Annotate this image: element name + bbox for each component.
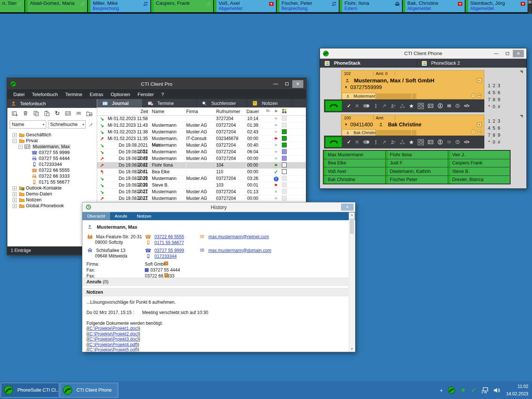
- journal-row[interactable]: ↘Do 19.08.2021 12:49MustermannMuster AG0…: [97, 149, 306, 156]
- category-icon[interactable]: [280, 183, 288, 188]
- minimize-icon[interactable]: —: [491, 50, 502, 57]
- category-icon[interactable]: [280, 176, 288, 182]
- tree-item[interactable]: 017233344: [7, 161, 97, 167]
- dialpad-key-#[interactable]: #: [497, 103, 501, 110]
- category-column-icon[interactable]: [280, 109, 288, 115]
- category-icon[interactable]: [280, 149, 288, 155]
- pro-title-bar[interactable]: CTI Client Pro — ✕: [7, 78, 306, 89]
- exclaim-blue-icon[interactable]: !: [272, 176, 280, 181]
- speed-dial-tile[interactable]: Voß Axel: [324, 167, 385, 175]
- speed-dial-tile[interactable]: Fischer Peter: [386, 176, 447, 184]
- journal-row[interactable]: ↗Do 19.08.2021 12:42MustermannMuster AG0…: [97, 156, 306, 162]
- tab-notizen[interactable]: Notizen: [247, 99, 292, 108]
- chevron-down-icon[interactable]: ▼: [528, 0, 532, 4]
- email-link[interactable]: max.mustermann@netnet.com: [208, 234, 269, 239]
- favorite-icon[interactable]: ★: [409, 140, 414, 144]
- contact-card-icon[interactable]: [428, 139, 433, 145]
- category-icon[interactable]: [280, 136, 288, 142]
- category-icon[interactable]: [280, 143, 288, 149]
- dialpad-key-#[interactable]: #: [497, 139, 501, 146]
- hangup-icon[interactable]: ✕: [355, 103, 359, 108]
- conference-icon[interactable]: [400, 103, 405, 109]
- journal-row[interactable]: ↘Mi 01.02.2023 11:38MustermannMuster AG0…: [97, 129, 306, 136]
- history-title-bar[interactable]: History ✕: [82, 202, 355, 212]
- flag-gray-icon[interactable]: ⚑: [272, 196, 280, 201]
- speed-dial-tile[interactable]: Drexler, Bianca: [448, 176, 510, 184]
- more-icon[interactable]: ⋮: [374, 140, 378, 144]
- record-icon[interactable]: [363, 104, 369, 108]
- redirect-icon[interactable]: ↪: [477, 130, 482, 134]
- journal-row[interactable]: ↗Mi 01.02.2023 11:35Mustermann, MaxIT-Co…: [97, 136, 306, 142]
- code-icon[interactable]: </>: [464, 140, 469, 144]
- speed-dial-tile[interactable]: Max Mustermann: [324, 151, 385, 159]
- accept-icon[interactable]: ✓: [347, 140, 351, 144]
- dialpad-key-4[interactable]: 4: [487, 89, 492, 96]
- scroll-down-icon[interactable]: ∨: [351, 347, 353, 351]
- dialpad-key-5[interactable]: 5: [492, 125, 497, 132]
- flag-red-icon[interactable]: ⚑: [272, 183, 280, 188]
- category-icon[interactable]: [280, 156, 288, 162]
- flag-column-icon[interactable]: ⚑: [272, 109, 280, 114]
- expander-icon[interactable]: +: [13, 192, 17, 196]
- call-tab[interactable]: Mustermann, ...: [342, 93, 376, 99]
- flag-gray-icon[interactable]: ⚑: [272, 156, 280, 161]
- tree-item[interactable]: 03722 66 3333: [7, 173, 97, 179]
- menu-item-termine[interactable]: Termine: [61, 90, 86, 99]
- flag-red-icon[interactable]: ⚑: [272, 136, 280, 141]
- tab-anrufe[interactable]: Anrufe: [110, 212, 132, 220]
- speed-dial-tile[interactable]: Bea Elke: [324, 159, 385, 167]
- chevron-down-icon[interactable]: ▼: [344, 123, 348, 126]
- journal-row[interactable]: ↘Mi 01.02.2023 11:43MustermannMuster AG0…: [97, 122, 306, 129]
- phone-link[interactable]: 03727 55 9999: [154, 248, 184, 253]
- tree-item[interactable]: 0171 55 56677: [7, 179, 97, 185]
- flag-gray-icon[interactable]: ⚑: [272, 130, 280, 135]
- presence-tile[interactable]: Fischer, PeterBesprechung: [277, 0, 339, 12]
- contact-icon[interactable]: [437, 139, 443, 145]
- conference-icon[interactable]: [400, 140, 405, 145]
- transfer-icon[interactable]: ↗: [382, 103, 386, 108]
- copy-icon[interactable]: [33, 110, 40, 117]
- tree-item[interactable]: +Demo-Daten: [7, 191, 97, 197]
- add-participant-icon[interactable]: [391, 103, 396, 109]
- expander-icon[interactable]: +: [13, 198, 17, 202]
- transfer-icon[interactable]: ↗: [382, 140, 386, 144]
- timer-icon[interactable]: [418, 139, 424, 145]
- tab-notizen[interactable]: Notizen: [132, 212, 156, 220]
- close-icon[interactable]: ✕: [513, 50, 524, 57]
- presence-tile[interactable]: n, Steve✓: [0, 0, 24, 12]
- chevron-up-icon[interactable]: ▲: [440, 388, 443, 392]
- category-icon[interactable]: [280, 129, 288, 135]
- document-link[interactable]: C:\Projekte\Projekt4.pdf: [89, 342, 136, 347]
- dialpad-key-2[interactable]: 2: [492, 82, 497, 89]
- expander-icon[interactable]: +: [13, 186, 17, 190]
- tab-phonestack1[interactable]: PhoneStack: [320, 59, 417, 68]
- scroll-up-icon[interactable]: ∧: [351, 213, 353, 217]
- answer-call-button[interactable]: [329, 103, 339, 109]
- phone-icon[interactable]: [448, 386, 455, 394]
- contact-icon[interactable]: [437, 103, 443, 109]
- code-icon[interactable]: </>: [464, 103, 469, 108]
- dialpad-key-6[interactable]: 6: [497, 89, 501, 96]
- timer-icon[interactable]: [418, 103, 424, 109]
- speed-dial-tile[interactable]: Steve B.: [448, 167, 510, 175]
- speed-dial-tile[interactable]: Judi F.: [386, 159, 447, 167]
- drag-handle[interactable]: [528, 4, 531, 14]
- close-icon[interactable]: ✕: [292, 80, 303, 88]
- dialpad-key-*[interactable]: *: [487, 139, 492, 146]
- journal-row[interactable]: ↰Do 19.08.2021 12:39Bea Elke11000:00✓: [97, 169, 306, 175]
- tab-suchfenster[interactable]: Suchfenster: [197, 99, 247, 108]
- note-column-icon[interactable]: [264, 109, 272, 114]
- document-link[interactable]: C:\Projekte\Projekt1.doc: [89, 326, 137, 331]
- mail-icon[interactable]: ✉: [75, 110, 82, 117]
- flag-green-icon[interactable]: ⚑: [272, 163, 280, 168]
- category-icon[interactable]: [280, 196, 288, 202]
- check-green-icon[interactable]: ✓: [272, 169, 280, 175]
- presence-tile[interactable]: Miller, MikeBesprechung: [88, 0, 150, 12]
- email-link[interactable]: max.mustermann@domain.com: [208, 248, 271, 253]
- redirect-icon[interactable]: ↪: [477, 93, 482, 98]
- delete-icon[interactable]: [22, 110, 29, 117]
- star-icon[interactable]: ★: [460, 387, 466, 393]
- history-icon[interactable]: [455, 140, 460, 144]
- tab-phonestack2[interactable]: PhoneStack 2: [417, 59, 526, 68]
- dialpad-key-7[interactable]: 7: [487, 96, 492, 103]
